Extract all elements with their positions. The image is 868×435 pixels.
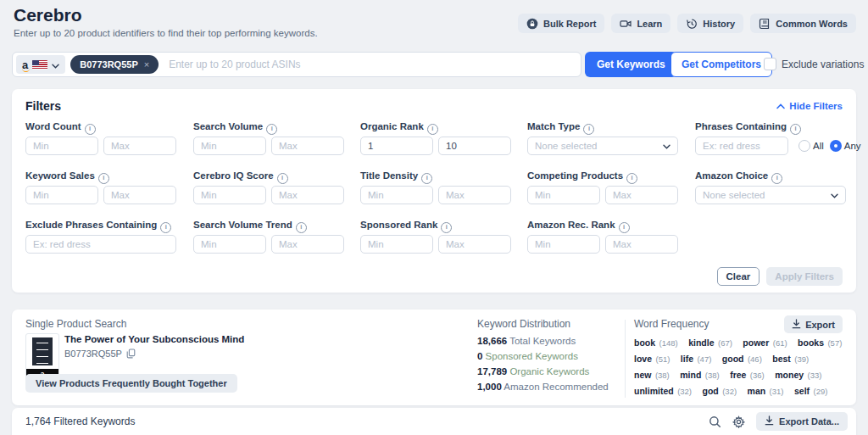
filter-title-density: Title Density <box>360 170 523 204</box>
amazon-rec-rank-min-input[interactable] <box>527 235 600 254</box>
word-tag[interactable]: love (51) <box>634 350 670 366</box>
info-icon[interactable] <box>296 222 307 233</box>
keyword-sales-max-input[interactable] <box>103 186 176 204</box>
search-icon[interactable] <box>709 415 721 428</box>
filter-label: Phrases Containing <box>695 121 787 131</box>
video-icon <box>620 18 632 30</box>
get-keywords-button[interactable]: Get Keywords <box>585 52 677 77</box>
radio-any[interactable] <box>830 140 842 152</box>
remove-tag-icon[interactable]: × <box>144 59 149 70</box>
filters-actions: Clear Apply Filters <box>717 267 843 286</box>
filter-amazon-rec-rank: Amazon Rec. Rank <box>527 220 690 254</box>
word-tag[interactable]: books (57) <box>798 334 842 350</box>
word-tag[interactable]: power (61) <box>743 334 787 350</box>
title-density-max-input[interactable] <box>438 186 511 204</box>
info-icon[interactable] <box>771 173 782 184</box>
filter-label: Title Density <box>360 170 418 181</box>
asin-search-bar[interactable]: a B0773RQ55P × Enter up to 20 product AS… <box>12 52 581 77</box>
word-tag[interactable]: good (46) <box>722 350 762 366</box>
organic-rank-min-input[interactable] <box>360 137 433 155</box>
kd-organic-row: 17,789 Organic Keywords <box>477 366 589 376</box>
search-volume-max-input[interactable] <box>271 137 344 155</box>
info-icon[interactable] <box>421 173 432 184</box>
info-icon[interactable] <box>277 173 288 184</box>
word-count-min-input[interactable] <box>25 137 98 155</box>
info-icon[interactable] <box>583 124 594 135</box>
search-volume-min-input[interactable] <box>193 137 266 155</box>
word-tag[interactable]: best (39) <box>772 350 809 366</box>
info-icon[interactable] <box>98 173 109 184</box>
product-title[interactable]: The Power of Your Subconscious Mind <box>64 334 244 344</box>
word-tag[interactable]: money (33) <box>775 366 821 382</box>
product-asin-row: B0773RQ55P <box>64 349 136 359</box>
word-tag[interactable]: book (148) <box>634 334 678 350</box>
competing-products-max-input[interactable] <box>605 186 678 204</box>
sv-trend-min-input[interactable] <box>193 235 266 254</box>
hide-filters-link[interactable]: Hide Filters <box>776 101 843 111</box>
bulk-report-button[interactable]: Bulk Report <box>518 14 604 33</box>
filter-sponsored-rank: Sponsored Rank <box>360 220 523 254</box>
learn-button[interactable]: Learn <box>611 14 670 33</box>
apply-filters-button[interactable]: Apply Filters <box>766 267 843 286</box>
info-icon[interactable] <box>85 124 96 135</box>
word-tag[interactable]: free (36) <box>730 366 765 382</box>
amazon-choice-select[interactable]: None selected <box>695 186 846 204</box>
filter-label: Exclude Phrases Containing <box>25 220 157 230</box>
word-tag[interactable]: mind (38) <box>680 366 719 382</box>
cerebro-iq-min-input[interactable] <box>193 186 266 204</box>
word-tag[interactable]: life (47) <box>681 350 712 366</box>
amazon-rec-rank-max-input[interactable] <box>605 235 678 254</box>
info-icon[interactable] <box>619 222 630 233</box>
word-tag[interactable]: self (29) <box>794 382 827 399</box>
title-density-min-input[interactable] <box>360 186 433 204</box>
amazon-logo-icon: a <box>22 59 28 70</box>
word-tag[interactable]: new (38) <box>634 366 670 382</box>
info-icon[interactable] <box>626 173 637 184</box>
asin-tag[interactable]: B0773RQ55P × <box>70 55 159 74</box>
competing-products-min-input[interactable] <box>527 186 600 204</box>
organic-rank-max-input[interactable] <box>438 137 511 155</box>
asin-input-placeholder[interactable]: Enter up to 20 product ASINs <box>169 59 300 70</box>
sponsored-rank-min-input[interactable] <box>360 235 433 254</box>
single-product-search-title: Single Product Search <box>25 318 126 330</box>
kd-total-value: 18,666 <box>477 336 507 346</box>
word-frequency-title: Word Frequency <box>634 318 709 330</box>
marketplace-selector[interactable]: a <box>16 55 65 74</box>
copy-icon[interactable] <box>126 349 136 359</box>
history-button[interactable]: History <box>677 14 743 33</box>
product-asin: B0773RQ55P <box>64 349 122 359</box>
results-summary-panel: Single Product Search a The Power of You… <box>12 310 856 405</box>
hide-filters-label: Hide Filters <box>789 101 843 111</box>
info-icon[interactable] <box>441 222 452 233</box>
sv-trend-max-input[interactable] <box>271 235 344 254</box>
clear-button[interactable]: Clear <box>717 267 760 286</box>
get-competitors-button[interactable]: Get Competitors <box>670 52 772 77</box>
chevron-down-icon <box>52 57 59 72</box>
radio-all[interactable] <box>798 140 810 152</box>
info-icon[interactable] <box>160 222 171 233</box>
common-words-button[interactable]: Common Words <box>750 14 856 33</box>
word-tag[interactable]: unlimited (32) <box>634 382 692 399</box>
info-icon[interactable] <box>790 124 801 135</box>
word-frequency-export-button[interactable]: Export <box>784 315 843 333</box>
word-tag[interactable]: kindle (67) <box>688 334 732 350</box>
word-count-max-input[interactable] <box>103 137 176 155</box>
export-data-button[interactable]: Export Data... <box>756 412 848 431</box>
match-type-select[interactable]: None selected <box>527 137 678 155</box>
view-fbt-button[interactable]: View Products Frequently Bought Together <box>25 374 237 393</box>
gear-icon[interactable] <box>732 415 745 428</box>
exclude-phrases-input[interactable] <box>25 235 176 254</box>
keyword-sales-min-input[interactable] <box>25 186 98 204</box>
info-icon[interactable] <box>427 124 438 135</box>
sponsored-rank-max-input[interactable] <box>438 235 511 254</box>
cerebro-iq-max-input[interactable] <box>271 186 344 204</box>
filter-label: Word Count <box>25 121 81 131</box>
exclude-variations-checkbox[interactable] <box>764 58 776 70</box>
kd-sponsored-label: Sponsored Keywords <box>486 351 578 361</box>
section-divider <box>625 320 626 398</box>
word-tag[interactable]: god (32) <box>702 382 737 399</box>
word-tag[interactable]: man (31) <box>748 382 784 399</box>
page-subtitle: Enter up to 20 product identifiers to fi… <box>14 28 318 38</box>
info-icon[interactable] <box>266 124 277 135</box>
phrases-containing-input[interactable] <box>695 137 788 155</box>
